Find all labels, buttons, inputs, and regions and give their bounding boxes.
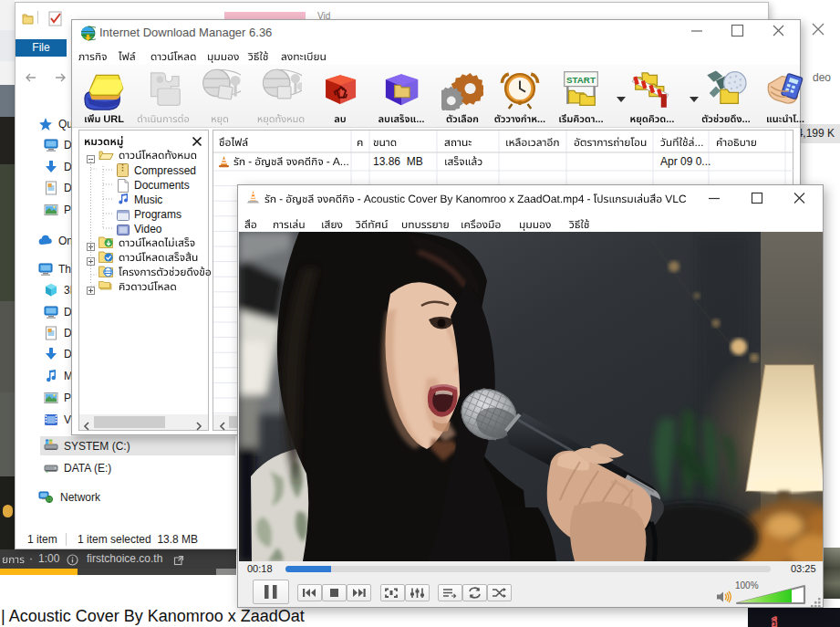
svg-text:START: START bbox=[566, 75, 596, 85]
